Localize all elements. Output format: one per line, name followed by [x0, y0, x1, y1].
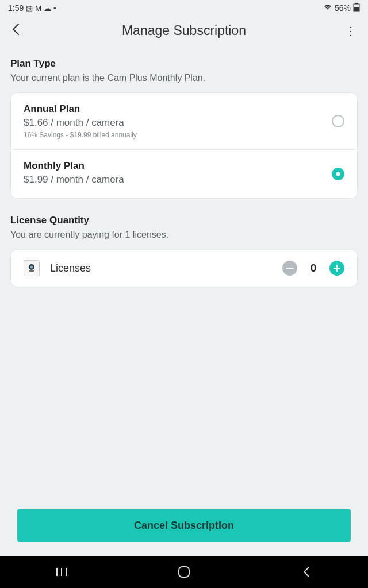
page-title: Manage Subscription: [29, 23, 339, 38]
menu-button[interactable]: ⋮: [339, 24, 356, 38]
content: Plan Type Your current plan is the Cam P…: [0, 49, 368, 556]
svg-rect-5: [29, 270, 34, 272]
app-header: Manage Subscription ⋮: [0, 16, 368, 49]
battery-icon: [353, 3, 360, 14]
battery-percent: 56%: [335, 3, 351, 13]
decrease-button[interactable]: [282, 261, 297, 276]
plan-type-title: Plan Type: [10, 58, 358, 69]
radio-unselected-icon[interactable]: [332, 115, 344, 127]
quantity-value: 0: [308, 262, 319, 274]
wifi-icon: [323, 4, 332, 13]
quantity-stepper: 0: [282, 261, 344, 276]
back-button[interactable]: [12, 22, 29, 40]
license-label: Licenses: [50, 262, 272, 274]
svg-rect-8: [334, 268, 340, 269]
camera-icon: [24, 260, 40, 276]
recent-apps-button[interactable]: [44, 567, 79, 577]
plan-annual[interactable]: Annual Plan $1.66 / month / camera 16% S…: [11, 93, 357, 149]
license-title: License Quantity: [10, 215, 358, 226]
plan-price: $1.99 / month / camera: [24, 174, 124, 185]
android-nav-bar: [0, 556, 368, 588]
cancel-subscription-button[interactable]: Cancel Subscription: [17, 509, 351, 542]
svg-rect-12: [179, 567, 189, 577]
status-left: 1:59 ▧ M ☁ •: [8, 3, 56, 13]
plan-note: 16% Savings - $19.99 billed annually: [24, 131, 137, 139]
plan-card: Annual Plan $1.66 / month / camera 16% S…: [10, 92, 358, 199]
radio-selected-icon[interactable]: [332, 168, 344, 180]
image-icon: ▧: [26, 4, 33, 13]
svg-rect-6: [286, 268, 293, 269]
plan-name: Annual Plan: [24, 103, 137, 115]
mail-icon: M: [35, 4, 41, 13]
dot-icon: •: [53, 4, 56, 13]
plan-info: Annual Plan $1.66 / month / camera 16% S…: [24, 103, 137, 139]
svg-rect-2: [354, 7, 359, 11]
increase-button[interactable]: [329, 261, 344, 276]
status-right: 56%: [323, 3, 360, 14]
plan-type-desc: Your current plan is the Cam Plus Monthl…: [10, 73, 358, 83]
cloud-icon: ☁: [44, 4, 51, 13]
license-card: Licenses 0: [10, 249, 358, 287]
plan-monthly[interactable]: Monthly Plan $1.99 / month / camera: [11, 150, 357, 198]
license-desc: You are currently paying for 1 licenses.: [10, 230, 358, 240]
status-time: 1:59: [8, 3, 24, 13]
back-nav-button[interactable]: [289, 566, 324, 578]
home-button[interactable]: [167, 566, 201, 578]
plan-price: $1.66 / month / camera: [24, 117, 137, 129]
svg-point-4: [30, 266, 33, 269]
plan-name: Monthly Plan: [24, 160, 124, 172]
status-bar: 1:59 ▧ M ☁ • 56%: [0, 0, 368, 16]
plan-info: Monthly Plan $1.99 / month / camera: [24, 160, 124, 188]
